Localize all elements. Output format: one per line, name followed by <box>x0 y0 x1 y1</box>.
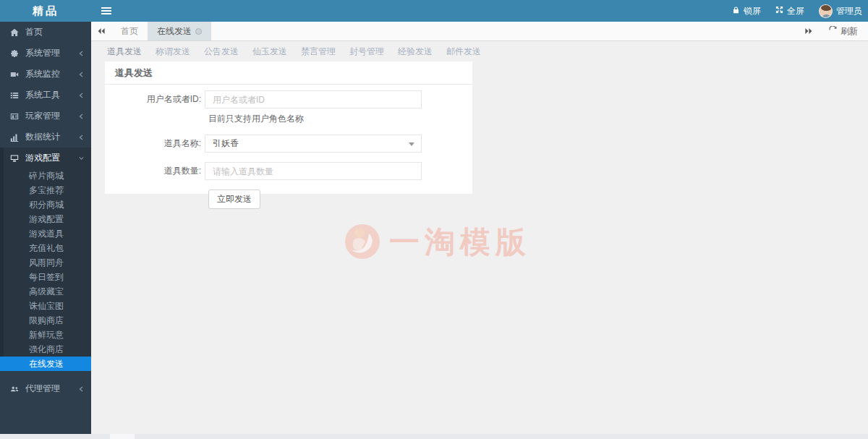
content-area: 道具发送称谓发送公告发送仙玉发送禁言管理封号管理经验发送邮件发送 道具发送 用户… <box>91 41 868 434</box>
list-icon <box>10 90 20 100</box>
sidebar-item-label: 系统监控 <box>25 68 60 80</box>
refresh-icon <box>829 26 837 36</box>
chevron-down-icon <box>409 142 414 146</box>
chevron-left-icon <box>79 386 84 392</box>
sidebar-item-player-manage[interactable]: 玩家管理 <box>0 106 91 127</box>
sidebar-item-label: 数据统计 <box>25 131 60 143</box>
user-name: 管理员 <box>836 5 862 17</box>
desktop-icon <box>10 153 20 163</box>
sidebar-item-label: 首页 <box>25 26 43 38</box>
page-tabbar: 首页 在线发送 刷新 <box>91 22 868 41</box>
send-now-button[interactable]: 立即发送 <box>208 189 260 209</box>
id-card-icon <box>10 111 20 121</box>
chevron-down-icon <box>79 155 84 161</box>
lock-icon <box>732 6 740 17</box>
fullscreen-icon <box>775 6 783 16</box>
send-tab-3[interactable]: 公告发送 <box>204 46 239 58</box>
sidebar-subitem[interactable]: 高级藏宝 <box>0 284 91 299</box>
sidebar-item-game-config[interactable]: 游戏配置 <box>0 148 91 169</box>
sidebar-item-system-tools[interactable]: 系统工具 <box>0 85 91 106</box>
sidebar-item-agent-manage[interactable]: 代理管理 <box>0 378 91 399</box>
item-name-selected-value: 引妖香 <box>213 137 239 150</box>
sidebar-subitem[interactable]: 积分商城 <box>0 197 91 212</box>
item-send-form: 用户名或者ID: 目前只支持用户角色名称 道具名称: 引妖香 道具数量: 立即发… <box>105 90 472 209</box>
lock-screen-button[interactable]: 锁屏 <box>732 5 761 17</box>
chevron-left-icon <box>79 135 84 140</box>
watermark: 一淘模版 <box>344 222 531 263</box>
chevron-left-icon <box>79 114 84 119</box>
fullscreen-label: 全屏 <box>787 5 804 17</box>
sidebar-submenu: 碎片商城多宝推荐积分商城游戏配置游戏道具充值礼包风雨同舟每日签到高级藏宝诛仙宝图… <box>0 169 91 371</box>
user-avatar <box>819 4 833 18</box>
lock-screen-label: 锁屏 <box>744 5 761 17</box>
send-tab-1[interactable]: 道具发送 <box>107 46 142 58</box>
gear-icon <box>10 48 20 58</box>
send-tab-7[interactable]: 经验发送 <box>398 46 433 58</box>
home-icon <box>10 27 20 37</box>
item-send-panel: 道具发送 用户名或者ID: 目前只支持用户角色名称 道具名称: 引妖香 道具数量… <box>105 61 472 194</box>
user-menu[interactable]: 管理员 <box>819 4 862 18</box>
scrollbar-thumb[interactable] <box>110 434 135 439</box>
send-tab-6[interactable]: 封号管理 <box>349 46 384 58</box>
item-name-label: 道具名称: <box>105 137 205 150</box>
sidebar-subitem-active[interactable]: 在线发送 <box>0 357 91 371</box>
send-tab-5[interactable]: 禁言管理 <box>301 46 336 58</box>
sidebar-subitem[interactable]: 碎片商城 <box>0 169 91 183</box>
sidebar-item-label: 玩家管理 <box>25 110 60 122</box>
send-tab-4[interactable]: 仙玉发送 <box>252 46 287 58</box>
tabs-scroll-right-button[interactable] <box>799 22 819 41</box>
tab-online-send[interactable]: 在线发送 <box>148 22 211 41</box>
refresh-label: 刷新 <box>841 25 858 38</box>
watermark-logo-icon <box>344 223 380 262</box>
chevron-left-icon <box>79 72 84 77</box>
sidebar-subitem[interactable]: 强化商店 <box>0 342 91 357</box>
watermark-text: 一淘模版 <box>389 222 531 263</box>
tab-close-icon[interactable] <box>195 28 202 35</box>
sidebar-subitem[interactable]: 游戏配置 <box>0 212 91 226</box>
item-qty-label: 道具数量: <box>105 165 205 177</box>
username-input[interactable] <box>205 90 422 108</box>
item-qty-input[interactable] <box>205 162 422 180</box>
sidebar-item-system-monitor[interactable]: 系统监控 <box>0 64 91 85</box>
sidebar-subitem[interactable]: 新鲜玩意 <box>0 328 91 342</box>
video-icon <box>10 69 20 79</box>
chart-icon <box>10 132 20 142</box>
sidebar-subitem[interactable]: 充值礼包 <box>0 241 91 255</box>
horizontal-scrollbar[interactable] <box>0 434 868 439</box>
chevron-left-icon <box>79 93 84 98</box>
app-logo: 精品 <box>0 0 91 22</box>
sidebar-item-system-manage[interactable]: 系统管理 <box>0 43 91 64</box>
sidebar-subitem[interactable]: 每日签到 <box>0 270 91 284</box>
sidebar-toggle-button[interactable] <box>91 0 122 22</box>
username-label: 用户名或者ID: <box>105 93 205 106</box>
sidebar-subitem[interactable]: 风雨同舟 <box>0 255 91 270</box>
sidebar-item-home[interactable]: 首页 <box>0 22 91 43</box>
sidebar-item-label: 系统工具 <box>25 89 60 101</box>
tabs-scroll-left-button[interactable] <box>91 22 111 41</box>
refresh-button[interactable]: 刷新 <box>819 22 868 41</box>
send-type-tabs: 道具发送称谓发送公告发送仙玉发送禁言管理封号管理经验发送邮件发送 <box>91 41 868 61</box>
sidebar-item-label: 代理管理 <box>25 383 60 395</box>
username-help-text: 目前只支持用户角色名称 <box>208 113 472 125</box>
sidebar-subitem[interactable]: 诛仙宝图 <box>0 299 91 313</box>
send-tab-2[interactable]: 称谓发送 <box>156 46 190 58</box>
tab-home[interactable]: 首页 <box>111 22 148 41</box>
panel-title: 道具发送 <box>105 61 472 85</box>
sidebar-item-label: 系统管理 <box>25 47 60 59</box>
item-name-select[interactable]: 引妖香 <box>205 135 422 153</box>
top-navbar: 精品 锁屏 全屏 管理员 <box>0 0 868 22</box>
main-area: 首页 在线发送 刷新 道具发送称谓发送公告发送仙玉发送禁言管理封号管理经验发送邮… <box>91 22 868 434</box>
sidebar-open-group: 游戏配置碎片商城多宝推荐积分商城游戏配置游戏道具充值礼包风雨同舟每日签到高级藏宝… <box>0 148 91 371</box>
users-icon <box>10 384 20 393</box>
sidebar-subitem[interactable]: 限购商店 <box>0 313 91 328</box>
chevron-left-icon <box>79 51 84 56</box>
send-tab-8[interactable]: 邮件发送 <box>446 46 481 58</box>
sidebar-nav: 首页系统管理系统监控系统工具玩家管理数据统计游戏配置碎片商城多宝推荐积分商城游戏… <box>0 22 91 434</box>
fullscreen-button[interactable]: 全屏 <box>775 5 804 17</box>
sidebar-subitem[interactable]: 游戏道具 <box>0 226 91 241</box>
sidebar-item-data-stats[interactable]: 数据统计 <box>0 127 91 148</box>
sidebar-subitem[interactable]: 多宝推荐 <box>0 183 91 197</box>
sidebar-item-label: 游戏配置 <box>25 152 60 164</box>
